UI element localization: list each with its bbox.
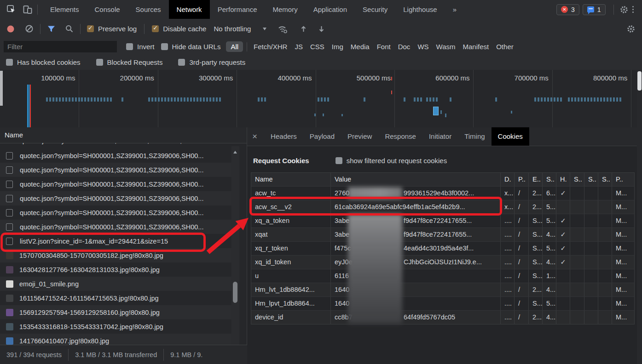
invert-checkbox[interactable] — [126, 43, 133, 50]
filter-type-css[interactable]: CSS — [307, 41, 328, 52]
tab-application[interactable]: Application — [306, 0, 355, 19]
detail-tabbar: × HeadersPayloadPreviewResponseInitiator… — [247, 127, 642, 146]
scrollbar-thumb[interactable] — [637, 71, 642, 91]
checkbox-blocked-requests[interactable] — [96, 59, 103, 66]
column-header-size[interactable]: S.. — [543, 173, 556, 186]
filter-type-wasm[interactable]: Wasm — [433, 41, 459, 52]
issues-badge[interactable]: 1 — [583, 4, 606, 15]
tab-network[interactable]: Network — [169, 0, 210, 19]
request-row[interactable]: 1535433316818-1535433317042.jpeg!80x80.j… — [0, 319, 232, 334]
column-header-name[interactable]: Name — [251, 173, 331, 186]
filter-funnel-icon[interactable] — [47, 25, 56, 33]
hide-data-urls-checkbox[interactable] — [161, 43, 168, 50]
disable-cache-checkbox[interactable] — [152, 25, 159, 32]
filter-type-img[interactable]: Img — [328, 41, 347, 52]
cookie-row-hm-lvt-1db88642[interactable]: Hm_lvt_1db88642...1640..../2...4...M... — [251, 283, 634, 296]
request-row[interactable]: quotec.json?symbol=SH000001,SZ399001,SZ3… — [0, 148, 232, 163]
filter-type-all[interactable]: All — [226, 41, 243, 52]
tab-console[interactable]: Console — [87, 0, 128, 19]
show-filtered-cookies-checkbox[interactable] — [335, 157, 342, 164]
filter-type-font[interactable]: Font — [373, 41, 394, 52]
request-row[interactable]: quotec.json?symbol=SH000001,SZ399001,SZ3… — [0, 163, 232, 177]
error-badge[interactable]: ✕ 3 — [556, 4, 579, 15]
cookie-row-xqat[interactable]: xqat3abef9d47f8ce722417655......./S...4.… — [251, 228, 634, 241]
preserve-log-checkbox[interactable] — [87, 25, 94, 32]
network-settings-gear-icon[interactable] — [626, 24, 636, 34]
tab-more-tabs[interactable]: » — [445, 0, 464, 19]
detail-tab-headers[interactable]: Headers — [264, 127, 303, 146]
request-filter-3rd-party-requests[interactable]: 3rd-party requests — [178, 58, 245, 66]
request-row[interactable]: quotec.json?symbol=SH000001,SZ399001,SZ3… — [0, 205, 232, 220]
scroll-up-icon[interactable] — [233, 149, 237, 154]
detail-tab-payload[interactable]: Payload — [303, 127, 341, 146]
more-options-icon[interactable] — [632, 6, 634, 13]
filter-type-manifest[interactable]: Manifest — [459, 41, 493, 52]
filter-type-fetch-xhr[interactable]: Fetch/XHR — [250, 41, 291, 52]
import-har-icon[interactable] — [300, 25, 307, 33]
device-toolbar-icon[interactable] — [23, 5, 33, 15]
column-header-domain[interactable]: D. — [501, 173, 515, 186]
inspect-element-icon[interactable] — [6, 5, 16, 14]
timeline-tick — [557, 97, 559, 102]
filter-input[interactable] — [4, 41, 117, 52]
cookie-row-device-id[interactable]: device_idcc8b764f49fd5767dc05..../2...4.… — [251, 310, 634, 324]
filter-type-other[interactable]: Other — [492, 41, 517, 52]
network-overview-timeline[interactable]: 100000 ms200000 ms300000 ms400000 ms5000… — [0, 70, 642, 128]
request-row[interactable]: 1611564715242-1611564715653.jpg!80x80.jp… — [0, 291, 232, 305]
search-icon[interactable] — [65, 24, 74, 33]
chevron-down-icon[interactable] — [263, 28, 266, 32]
request-row[interactable]: emoji_01_smile.png — [0, 277, 232, 291]
tab-security[interactable]: Security — [355, 0, 395, 19]
tab-sources[interactable]: Sources — [128, 0, 169, 19]
detail-tab-response[interactable]: Response — [378, 127, 422, 146]
request-row[interactable]: quotec.json?symbol=SH000001,SZ399001,SZ3… — [0, 220, 232, 234]
filter-type-media[interactable]: Media — [347, 41, 373, 52]
detail-tab-cookies[interactable]: Cookies — [492, 127, 529, 146]
cookie-row-xq-a-token[interactable]: xq_a_token3abef9d47f8ce722417655......./… — [251, 214, 634, 228]
timeline-tick — [547, 97, 549, 102]
cookie-row-xq-id-token[interactable]: xq_id_tokeneyJ0eCJhbGciOiJSUzI1NiJ9.e...… — [251, 255, 634, 269]
record-network-log-icon[interactable] — [6, 25, 15, 33]
detail-tab-preview[interactable]: Preview — [341, 127, 378, 146]
detail-tab-initiator[interactable]: Initiator — [422, 127, 458, 146]
cookie-row-xq-r-token[interactable]: xq_r_tokenf475c4ea6d4c3019d5a4e3f.......… — [251, 241, 634, 255]
tab-memory[interactable]: Memory — [265, 0, 306, 19]
column-header-priority[interactable]: P.. — [612, 173, 634, 186]
filter-type-ws[interactable]: WS — [414, 41, 432, 52]
request-filter-blocked-requests[interactable]: Blocked Requests — [96, 58, 163, 66]
scrollbar-thumb[interactable] — [233, 282, 237, 303]
column-header-sameparty[interactable]: S.. — [598, 173, 612, 186]
column-header-path[interactable]: P.. — [515, 173, 529, 186]
column-header-secure[interactable]: S.. — [570, 173, 584, 186]
cookie-row-u[interactable]: u6116..../S...1...M... — [251, 269, 634, 283]
checkbox-3rd-party-requests[interactable] — [178, 59, 185, 66]
close-icon[interactable]: × — [252, 127, 257, 146]
network-conditions-icon[interactable] — [278, 24, 288, 34]
request-filter-has-blocked-cookies[interactable]: Has blocked cookies — [6, 58, 81, 66]
tab-performance[interactable]: Performance — [210, 0, 265, 19]
filter-type-js[interactable]: JS — [291, 41, 307, 52]
clear-network-log-icon[interactable] — [25, 24, 34, 33]
export-har-icon[interactable] — [318, 25, 325, 33]
checkbox-has-blocked-cookies[interactable] — [6, 59, 13, 66]
request-row[interactable]: 1569129257594-1569129258160.jpg!80x80.jp… — [0, 305, 232, 319]
filter-type-doc[interactable]: Doc — [394, 41, 414, 52]
throttling-select[interactable]: No throttling — [214, 25, 251, 33]
request-row[interactable]: quotec.json?symbol=SH000001,SZ399001,SZ3… — [0, 191, 232, 205]
request-row[interactable]: 1630428127766-1630428131033.jpg!80x80.jp… — [0, 262, 232, 277]
column-header-expires[interactable]: E.. — [529, 173, 543, 186]
request-list-scrollbar[interactable] — [231, 146, 239, 364]
cookie-httponly: ✓ — [556, 256, 570, 269]
request-row[interactable]: quotec.json?symbol=SH000001,SZ399001,SZ3… — [0, 177, 232, 191]
timeline-tick — [161, 97, 163, 102]
column-header-value[interactable]: Value — [331, 173, 501, 186]
column-header-httponly[interactable]: H. — [556, 173, 570, 186]
tab-lighthouse[interactable]: Lighthouse — [395, 0, 445, 19]
tab-elements[interactable]: Elements — [42, 0, 87, 19]
name-column-header[interactable]: Name — [0, 127, 247, 143]
detail-tab-timing[interactable]: Timing — [458, 127, 491, 146]
detail-panel-scrollbar[interactable] — [637, 70, 642, 364]
cookie-row-hm-lpvt-1db8864[interactable]: Hm_lpvt_1db8864...1640..../S...5...M... — [251, 296, 634, 310]
settings-gear-icon[interactable] — [619, 5, 629, 14]
column-header-samesite[interactable]: S.. — [584, 173, 598, 186]
